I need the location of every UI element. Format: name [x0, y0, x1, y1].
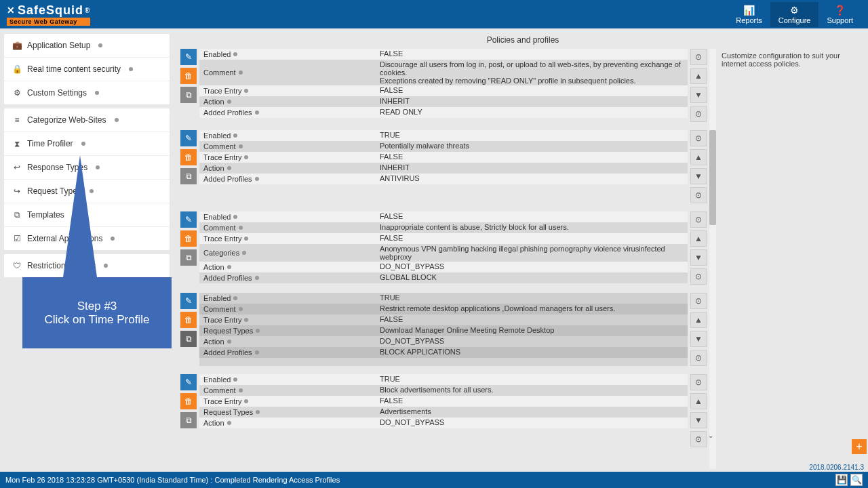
sidebar-icon: ↪: [12, 186, 22, 196]
move-down-button[interactable]: ▼: [690, 249, 707, 266]
delete-button[interactable]: 🗑: [180, 68, 197, 84]
move-up-button[interactable]: ▲: [690, 149, 707, 165]
move-top-button[interactable]: ⊙: [690, 49, 707, 65]
delete-button[interactable]: 🗑: [180, 149, 197, 165]
app-header: SafeSquid Secure Web Gateway 📊Reports⚙Co…: [0, 0, 868, 28]
rule-table: Enabled TRUEComment Potentially malware …: [199, 130, 688, 203]
delete-button[interactable]: 🗑: [180, 393, 197, 409]
move-bottom-button[interactable]: ⊙: [690, 350, 707, 366]
move-up-button[interactable]: ▲: [690, 68, 707, 84]
sidebar-icon: ⧉: [12, 210, 22, 220]
edit-button[interactable]: ✎: [180, 374, 197, 390]
info-icon: [233, 52, 237, 56]
rule-field-value: Inappropriate content is abuse, Strictly…: [376, 222, 688, 233]
callout-line2: Click on Time Profile: [45, 313, 150, 327]
copy-button[interactable]: ⧉: [180, 168, 197, 184]
info-icon: [115, 118, 119, 122]
move-bottom-button[interactable]: ⊙: [690, 268, 707, 285]
rule-left-actions: ✎🗑⧉: [180, 211, 197, 285]
rule-row: Action INHERIT: [199, 163, 688, 174]
edit-button[interactable]: ✎: [180, 130, 197, 146]
move-down-button[interactable]: ▼: [690, 168, 707, 184]
add-rule-button[interactable]: +: [852, 439, 867, 454]
copy-button[interactable]: ⧉: [180, 249, 197, 266]
rule-left-actions: ✎🗑⧉: [180, 130, 197, 203]
move-top-button[interactable]: ⊙: [690, 130, 707, 146]
save-button[interactable]: 💾: [835, 474, 848, 486]
sidebar-item-label: Templates: [27, 210, 64, 220]
move-top-button[interactable]: ⊙: [690, 374, 707, 390]
info-icon: [255, 177, 259, 181]
sidebar-item-time-profiler[interactable]: ⧗Time Profiler: [4, 132, 170, 156]
rule-field-value: TRUE: [376, 130, 688, 141]
version-label: 2018.0206.2141.3: [809, 464, 864, 471]
rule-field-label: Action: [199, 262, 376, 272]
rule-field-label: Trace Entry: [199, 152, 376, 163]
rule-field-value: DO_NOT_BYPASS: [376, 336, 688, 347]
rule-field-value: INHERIT: [376, 163, 688, 174]
move-top-button[interactable]: ⊙: [690, 293, 707, 309]
header-btn-reports[interactable]: 📊Reports: [728, 2, 770, 27]
info-icon: [239, 144, 243, 148]
sidebar-icon: ↩: [12, 163, 22, 172]
delete-button[interactable]: 🗑: [180, 230, 197, 247]
move-bottom-button[interactable]: ⊙: [690, 106, 707, 122]
scrollbar-thumb[interactable]: [709, 130, 716, 225]
sidebar-item-custom-settings[interactable]: ⚙Custom Settings: [4, 81, 170, 104]
rule-field-value: BLOCK APPLICATIONS: [376, 347, 688, 358]
rule-field-value: Potentially malware threats: [376, 141, 688, 152]
sidebar-item-application-setup[interactable]: 💼Application Setup: [4, 34, 170, 58]
brand-name: SafeSquid: [7, 3, 90, 18]
move-up-button[interactable]: ▲: [690, 393, 707, 409]
move-bottom-button[interactable]: ⊙: [690, 431, 707, 447]
edit-button[interactable]: ✎: [180, 49, 197, 65]
move-up-button[interactable]: ▲: [690, 230, 707, 247]
rule-row: Comment Potentially malware threats: [199, 141, 688, 152]
rule-field-value: Restrict remote desktop applications ,Do…: [376, 304, 688, 314]
rule-row: Action DO_NOT_BYPASS: [199, 418, 688, 428]
sidebar-item-categorize-web-sites[interactable]: ≡Categorize Web-Sites: [4, 108, 170, 132]
chevron-down-icon[interactable]: ⌄: [708, 432, 713, 439]
rule-block: ✎🗑⧉Enabled TRUEComment Block advertiseme…: [180, 374, 707, 447]
copy-button[interactable]: ⧉: [180, 412, 197, 428]
rule-table: Enabled TRUEComment Restrict remote desk…: [199, 293, 688, 366]
move-top-button[interactable]: ⊙: [690, 211, 707, 228]
delete-button[interactable]: 🗑: [180, 312, 197, 328]
move-down-button[interactable]: ▼: [690, 87, 707, 103]
sidebar-icon: 🔒: [12, 64, 22, 74]
rules-list: ✎🗑⧉Enabled FALSEComment Discourage all u…: [180, 49, 709, 469]
rule-table: Enabled FALSEComment Discourage all user…: [199, 49, 688, 122]
rule-row: Trace Entry FALSE: [199, 314, 688, 325]
header-btn-support[interactable]: ❓Support: [818, 2, 861, 27]
help-panel: Customize configuration to suit your int…: [716, 49, 865, 469]
info-icon: [227, 265, 231, 269]
edit-button[interactable]: ✎: [180, 211, 197, 228]
status-bar: Mon Feb 26 2018 13:23:28 GMT+0530 (India…: [0, 472, 868, 488]
rule-row: Request Types Advertisements: [199, 407, 688, 418]
rule-left-actions: ✎🗑⧉: [180, 293, 197, 366]
rule-row: Action DO_NOT_BYPASS: [199, 262, 688, 272]
header-btn-configure[interactable]: ⚙Configure: [770, 2, 819, 27]
copy-button[interactable]: ⧉: [180, 87, 197, 103]
move-bottom-button[interactable]: ⊙: [690, 187, 707, 203]
edit-button[interactable]: ✎: [180, 293, 197, 309]
rule-row: Enabled FALSE: [199, 49, 688, 60]
info-icon: [256, 329, 260, 333]
search-button[interactable]: 🔍: [850, 474, 863, 486]
info-icon: [244, 237, 248, 241]
move-up-button[interactable]: ▲: [690, 312, 707, 328]
rule-table: Enabled TRUEComment Block advertisements…: [199, 374, 688, 447]
scrollbar[interactable]: [709, 49, 716, 469]
copy-button[interactable]: ⧉: [180, 331, 197, 347]
sidebar-icon: 💼: [12, 41, 22, 50]
brand-tagline: Secure Web Gateway: [7, 18, 90, 26]
move-down-button[interactable]: ▼: [690, 412, 707, 428]
rule-field-value: Discourage all users from log in, post, …: [376, 60, 688, 85]
move-down-button[interactable]: ▼: [690, 331, 707, 347]
rule-field-value: Advertisements: [376, 407, 688, 418]
rule-field-value: FALSE: [376, 211, 688, 222]
info-icon: [244, 399, 248, 403]
header-nav: 📊Reports⚙Configure❓Support: [728, 2, 861, 27]
sidebar-item-real-time-content-security[interactable]: 🔒Real time content security: [4, 58, 170, 81]
rule-field-label: Action: [199, 96, 376, 107]
